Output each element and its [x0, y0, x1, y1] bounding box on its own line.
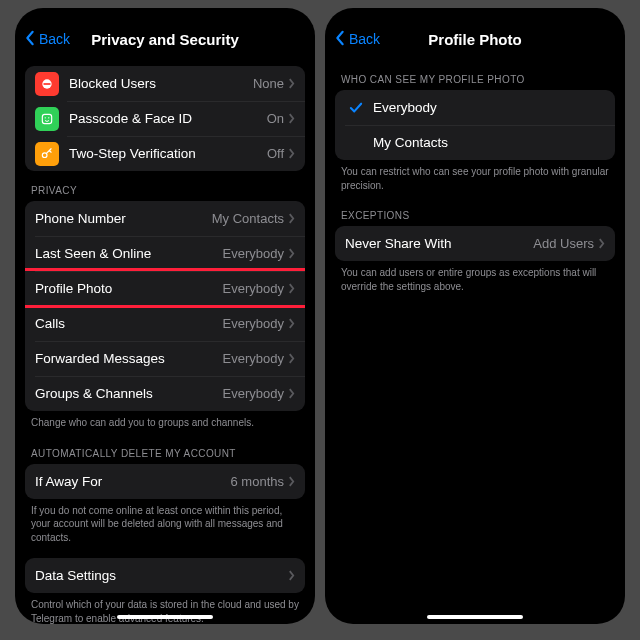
visibility-group: Everybody My Contacts	[335, 90, 615, 160]
row-value: Everybody	[223, 386, 284, 401]
option-label: My Contacts	[373, 135, 605, 150]
faceid-icon	[35, 107, 59, 131]
option-my-contacts[interactable]: My Contacts	[335, 125, 615, 160]
nav-bar: Back Profile Photo	[325, 22, 625, 56]
row-if-away-for[interactable]: If Away For 6 months	[25, 464, 305, 499]
home-indicator[interactable]	[117, 615, 213, 619]
status-bar	[15, 8, 315, 22]
row-label: Forwarded Messages	[35, 351, 223, 366]
back-button[interactable]: Back	[15, 30, 70, 49]
row-value: Add Users	[533, 236, 594, 251]
svg-point-4	[48, 117, 49, 118]
row-value: 6 months	[231, 474, 284, 489]
row-label: Profile Photo	[35, 281, 223, 296]
chevron-right-icon	[598, 238, 605, 249]
chevron-right-icon	[288, 78, 295, 89]
row-value: Off	[267, 146, 284, 161]
row-value: My Contacts	[212, 211, 284, 226]
back-label: Back	[349, 31, 380, 47]
row-label: Data Settings	[35, 568, 288, 583]
row-label: Phone Number	[35, 211, 212, 226]
row-value: Everybody	[223, 246, 284, 261]
row-label: Two-Step Verification	[69, 146, 267, 161]
chevron-right-icon	[288, 148, 295, 159]
row-never-share-with[interactable]: Never Share With Add Users	[335, 226, 615, 261]
chevron-right-icon	[288, 570, 295, 581]
row-value: Everybody	[223, 316, 284, 331]
privacy-footer: Change who can add you to groups and cha…	[25, 411, 305, 434]
chevron-right-icon	[288, 318, 295, 329]
screen-profile-photo: Back Profile Photo WHO CAN SEE MY PROFIL…	[325, 8, 625, 624]
option-label: Everybody	[373, 100, 605, 115]
data-settings-footer: Control which of your data is stored in …	[25, 593, 305, 624]
screen-privacy-security: Back Privacy and Security Blocked Users …	[15, 8, 315, 624]
row-value: None	[253, 76, 284, 91]
privacy-group: Phone Number My Contacts Last Seen & Onl…	[25, 201, 305, 411]
status-bar	[325, 8, 625, 22]
key-icon	[35, 142, 59, 166]
chevron-right-icon	[288, 476, 295, 487]
chevron-right-icon	[288, 248, 295, 259]
svg-point-3	[45, 117, 46, 118]
chevron-right-icon	[288, 353, 295, 364]
chevron-right-icon	[288, 283, 295, 294]
row-label: Blocked Users	[69, 76, 253, 91]
auto-delete-header: AUTOMATICALLY DELETE MY ACCOUNT	[25, 434, 305, 464]
exceptions-footer: You can add users or entire groups as ex…	[335, 261, 615, 297]
row-passcode-faceid[interactable]: Passcode & Face ID On	[25, 101, 305, 136]
row-label: Groups & Channels	[35, 386, 223, 401]
row-value: On	[267, 111, 284, 126]
row-data-settings[interactable]: Data Settings	[25, 558, 305, 593]
row-value: Everybody	[223, 351, 284, 366]
chevron-right-icon	[288, 213, 295, 224]
exceptions-header: EXCEPTIONS	[335, 196, 615, 226]
chevron-left-icon	[333, 30, 347, 49]
row-profile-photo[interactable]: Profile Photo Everybody	[25, 271, 305, 306]
option-everybody[interactable]: Everybody	[335, 90, 615, 125]
who-can-see-footer: You can restrict who can see your profil…	[335, 160, 615, 196]
nav-bar: Back Privacy and Security	[15, 22, 315, 56]
row-label: Never Share With	[345, 236, 533, 251]
back-label: Back	[39, 31, 70, 47]
chevron-right-icon	[288, 388, 295, 399]
row-phone-number[interactable]: Phone Number My Contacts	[25, 201, 305, 236]
row-blocked-users[interactable]: Blocked Users None	[25, 66, 305, 101]
svg-rect-2	[42, 114, 51, 123]
check-icon	[345, 102, 367, 114]
who-can-see-header: WHO CAN SEE MY PROFILE PHOTO	[335, 60, 615, 90]
row-value: Everybody	[223, 281, 284, 296]
chevron-right-icon	[288, 113, 295, 124]
auto-delete-footer: If you do not come online at least once …	[25, 499, 305, 549]
privacy-header: PRIVACY	[25, 171, 305, 201]
home-indicator[interactable]	[427, 615, 523, 619]
back-button[interactable]: Back	[325, 30, 380, 49]
row-label: Passcode & Face ID	[69, 111, 267, 126]
row-two-step[interactable]: Two-Step Verification Off	[25, 136, 305, 171]
row-calls[interactable]: Calls Everybody	[25, 306, 305, 341]
row-label: If Away For	[35, 474, 231, 489]
row-forwarded[interactable]: Forwarded Messages Everybody	[25, 341, 305, 376]
security-group: Blocked Users None Passcode & Face ID On	[25, 66, 305, 171]
row-groups-channels[interactable]: Groups & Channels Everybody	[25, 376, 305, 411]
auto-delete-group: If Away For 6 months	[25, 464, 305, 499]
exceptions-group: Never Share With Add Users	[335, 226, 615, 261]
svg-rect-1	[44, 83, 51, 85]
row-label: Last Seen & Online	[35, 246, 223, 261]
row-last-seen[interactable]: Last Seen & Online Everybody	[25, 236, 305, 271]
blocked-icon	[35, 72, 59, 96]
data-settings-group: Data Settings	[25, 558, 305, 593]
chevron-left-icon	[23, 30, 37, 49]
row-label: Calls	[35, 316, 223, 331]
